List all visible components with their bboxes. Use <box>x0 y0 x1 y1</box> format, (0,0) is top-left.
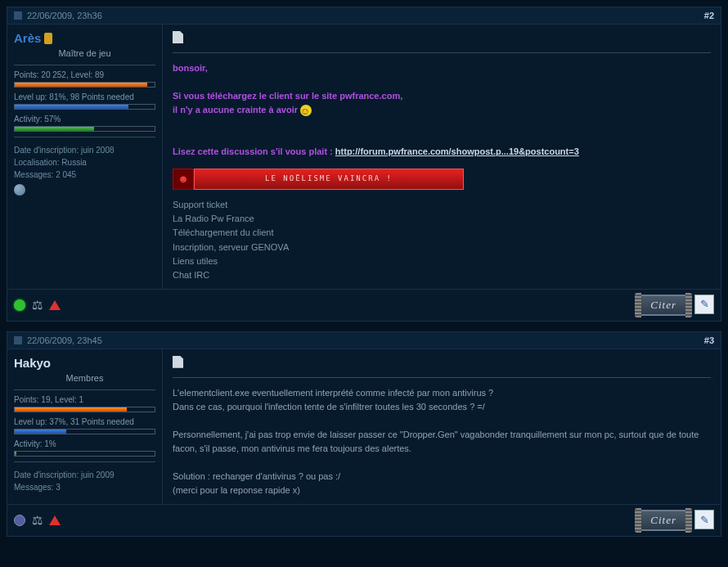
reputation-icon[interactable]: ⚖ <box>32 515 43 526</box>
post-header: 22/06/2009, 23h36 #2 <box>7 7 721 25</box>
body-p5: (merci pour la reponse rapide x) <box>173 484 711 497</box>
points-label: Points: 19, Level: 1 <box>14 395 155 404</box>
divider <box>14 389 155 390</box>
post-content: L'elementclient.exe eventuellement inter… <box>163 349 721 504</box>
post-content: bonsoir, Si vous téléchargez le client s… <box>163 25 721 289</box>
banner-face-icon: ☻ <box>173 169 194 190</box>
post-footer: ⚖ Citer ✎ <box>7 289 721 321</box>
reputation-icon[interactable]: ⚖ <box>32 299 43 311</box>
user-title: Membres <box>14 373 155 383</box>
levelup-bar <box>14 104 155 110</box>
join-date: Date d'inscription: juin 2009 <box>14 469 155 481</box>
body-p2: Dans ce cas, pourquoi l'infection tente … <box>173 400 711 414</box>
edit-button[interactable]: ✎ <box>694 295 714 314</box>
points-bar <box>14 82 155 88</box>
report-icon[interactable] <box>49 300 61 310</box>
join-date: Date d'inscription: juin 2008 <box>14 144 155 156</box>
body-line1: Si vous téléchargez le client sur le sit… <box>173 91 402 101</box>
divider <box>14 65 155 65</box>
banner-text: le noëlisme vaincra ! <box>194 169 464 190</box>
body-p1: L'elementclient.exe eventuellement inter… <box>173 386 711 400</box>
discussion-link[interactable]: http://forum.pwfrance.com/showpost.p...1… <box>335 146 579 156</box>
sig-link[interactable]: Liens utiles <box>173 254 711 268</box>
post-permalink[interactable]: 3 <box>709 335 714 345</box>
post-date: 22/06/2009, 23h36 <box>27 11 704 20</box>
message-count: Messages: 3 <box>14 481 155 493</box>
user-info-panel: Hakyo Membres Points: 19, Level: 1 Level… <box>7 349 163 504</box>
quote-button[interactable]: Citer <box>637 510 690 531</box>
activity-label: Activity: 57% <box>14 115 155 124</box>
activity-bar-fill <box>15 127 94 131</box>
levelup-label: Level up: 37%, 31 Points needed <box>14 417 155 426</box>
globe-icon <box>14 184 25 196</box>
username-link[interactable]: Arès <box>14 31 41 45</box>
points-bar <box>14 407 155 412</box>
old-post-icon <box>14 336 22 344</box>
username-link[interactable]: Hakyo <box>14 356 51 370</box>
medal-icon <box>44 33 52 44</box>
points-label: Points: 20 252, Level: 89 <box>14 70 155 79</box>
activity-bar <box>14 126 155 132</box>
levelup-label: Level up: 81%, 98 Points needed <box>14 92 155 101</box>
post-header: 22/06/2009, 23h45 #3 <box>7 332 721 349</box>
username: Arès <box>14 31 155 45</box>
report-icon[interactable] <box>49 515 61 525</box>
activity-bar-fill <box>15 452 16 456</box>
read-prefix: Lisez cette discussion s'il vous plait : <box>173 146 335 156</box>
edit-button[interactable]: ✎ <box>694 510 714 529</box>
activity-bar <box>14 451 155 457</box>
sig-link[interactable]: Chat IRC <box>173 268 711 282</box>
divider <box>14 137 155 137</box>
body-line2: il n'y a aucune crainte à avoir <box>173 105 300 115</box>
footer-actions: Citer ✎ <box>637 510 714 531</box>
user-details: Date d'inscription: juin 2008 Localisati… <box>14 144 155 199</box>
levelup-bar-fill <box>15 430 66 434</box>
document-icon <box>173 31 183 43</box>
points-bar-fill <box>15 407 127 412</box>
activity-label: Activity: 1% <box>14 439 155 448</box>
user-details: Date d'inscription: juin 2009 Messages: … <box>14 469 155 493</box>
levelup-bar <box>14 429 155 434</box>
divider <box>14 461 155 462</box>
footer-actions: Citer ✎ <box>637 295 714 316</box>
user-location: Localisation: Russia <box>14 156 155 169</box>
content-header <box>173 356 711 378</box>
offline-status-icon <box>14 515 25 526</box>
sig-link[interactable]: Inscription, serveur GENOVA <box>173 241 711 254</box>
document-icon <box>173 356 183 368</box>
post: 22/06/2009, 23h45 #3 Hakyo Membres Point… <box>7 331 721 537</box>
post-footer: ⚖ Citer ✎ <box>7 504 721 536</box>
old-post-icon <box>14 11 22 20</box>
message-count: Messages: 2 045 <box>14 169 155 181</box>
levelup-bar-fill <box>15 105 128 109</box>
sig-link[interactable]: La Radio Pw France <box>173 212 711 226</box>
user-title: Maître de jeu <box>14 48 155 58</box>
post-number: #3 <box>704 335 714 345</box>
online-status-icon <box>14 299 25 311</box>
body-p4: Solution : rechanger d'antivirus ? ou pa… <box>173 470 711 484</box>
username: Hakyo <box>14 356 155 370</box>
quote-button[interactable]: Citer <box>637 295 690 316</box>
smile-icon <box>300 105 312 116</box>
greeting: bonsoir, <box>173 63 208 73</box>
body-p3: Personnellement, j'ai pas trop envie de … <box>173 428 711 456</box>
sig-link[interactable]: Support ticket <box>173 198 711 212</box>
post-number: #2 <box>704 11 714 20</box>
content-header <box>173 31 711 53</box>
signature-banner: ☻ le noëlisme vaincra ! <box>173 169 711 190</box>
post: 22/06/2009, 23h36 #2 Arès Maître de jeu … <box>7 7 721 322</box>
signature-links: Support ticket La Radio Pw France Téléch… <box>173 198 711 281</box>
post-permalink[interactable]: 2 <box>709 11 714 20</box>
footer-icons: ⚖ <box>14 515 61 526</box>
post-date: 22/06/2009, 23h45 <box>27 335 704 345</box>
user-info-panel: Arès Maître de jeu Points: 20 252, Level… <box>7 25 163 289</box>
points-bar-fill <box>15 83 147 87</box>
footer-icons: ⚖ <box>14 299 61 311</box>
sig-link[interactable]: Téléchargement du client <box>173 226 711 240</box>
